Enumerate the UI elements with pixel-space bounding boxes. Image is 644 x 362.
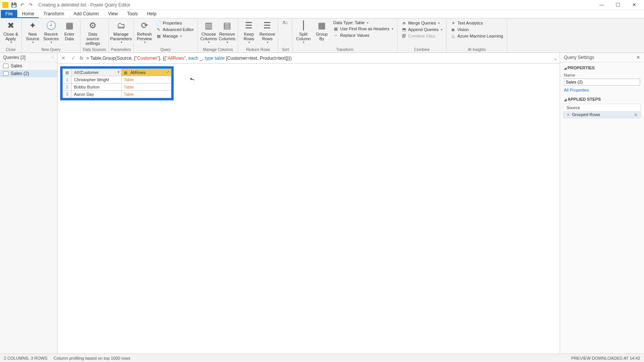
replace-values-button[interactable]: ↔Replace Values xyxy=(332,32,394,38)
query-name-input[interactable] xyxy=(564,79,640,85)
recent-sources-button[interactable]: 🕘RecentSources xyxy=(43,19,59,44)
replace-icon: ↔ xyxy=(333,33,338,38)
expand-column-icon[interactable]: ⤢ xyxy=(166,70,169,74)
filter-dropdown-icon[interactable]: ▾ xyxy=(118,70,120,74)
azure-ml-button[interactable]: △Azure Machine Learning xyxy=(449,33,504,39)
keep-rows-button[interactable]: ☰KeepRows xyxy=(240,19,257,44)
group-query: Query xyxy=(136,47,196,52)
add-column-menu[interactable]: Add Column xyxy=(69,10,104,18)
formula-text[interactable]: = Table.Group(Source, {"Customer"}, {{"A… xyxy=(86,56,550,61)
file-menu[interactable]: File xyxy=(1,10,17,18)
table-row[interactable]: 3Aaron DayTable xyxy=(63,91,171,98)
data-type-button[interactable]: Data Type: Table xyxy=(332,20,394,25)
fx-icon[interactable]: fx xyxy=(80,56,83,61)
group-new-query: New Query xyxy=(24,47,78,52)
table-icon xyxy=(3,64,8,68)
close-settings-icon[interactable]: ✕ xyxy=(636,55,640,60)
undo-icon[interactable]: ↶ xyxy=(18,1,26,9)
cursor-icon: ↖ xyxy=(189,75,196,84)
group-sort: Sort xyxy=(281,47,290,52)
step-grouped-rows[interactable]: ✕Grouped Rows⚙ xyxy=(564,111,641,118)
refresh-preview-button[interactable]: ⟳RefreshPreview xyxy=(136,19,153,44)
data-grid[interactable]: ▦ ABCCustomer▾ ▦AllRows⤢ 1Christopher Wr… xyxy=(62,69,171,98)
step-gear-icon[interactable]: ⚙ xyxy=(634,113,637,117)
menu-bar: File Home Transform Add Column View Tool… xyxy=(0,10,644,18)
home-menu[interactable]: Home xyxy=(17,10,39,18)
manage-icon: ▦ xyxy=(156,33,161,39)
advanced-editor-icon: ✎ xyxy=(156,27,161,32)
manage-parameters-button[interactable]: 🗂ManageParameters xyxy=(111,19,131,44)
enter-data-button[interactable]: ▦EnterData xyxy=(61,19,78,41)
redo-icon[interactable]: ↷ xyxy=(27,1,34,9)
choose-columns-button[interactable]: ▥ChooseColumns xyxy=(200,19,217,44)
group-parameters: Parameters xyxy=(111,47,131,52)
merge-icon: ⬘ xyxy=(401,20,407,26)
help-menu[interactable]: Help xyxy=(142,10,161,18)
save-icon[interactable]: 💾 xyxy=(10,1,18,9)
column-header-allrows[interactable]: ▦AllRows⤢ xyxy=(122,69,171,76)
group-by-icon: ▦ xyxy=(316,20,327,31)
highlight-box: ▦ ABCCustomer▾ ▦AllRows⤢ 1Christopher Wr… xyxy=(61,67,173,100)
query-item-sales-2[interactable]: Sales (2) xyxy=(0,70,57,77)
new-source-button[interactable]: ✦NewSource xyxy=(24,19,41,44)
minimize-button[interactable]: — xyxy=(594,1,610,9)
manage-button[interactable]: ▦Manage xyxy=(154,33,196,39)
all-properties-link[interactable]: All Properties xyxy=(560,86,644,94)
text-type-icon: ABC xyxy=(74,70,79,75)
choose-columns-icon: ▥ xyxy=(203,20,214,31)
column-header-customer[interactable]: ABCCustomer▾ xyxy=(72,69,122,76)
remove-columns-icon: ▤ xyxy=(221,20,233,31)
merge-queries-button[interactable]: ⬘Merge Queries xyxy=(400,20,444,26)
step-source[interactable]: Source xyxy=(564,104,641,111)
tools-menu[interactable]: Tools xyxy=(122,10,142,18)
close-button[interactable]: ✕ xyxy=(626,1,642,9)
applied-steps-section[interactable]: APPLIED STEPS xyxy=(560,94,644,103)
remove-columns-button[interactable]: ▤RemoveColumns xyxy=(219,19,235,44)
name-label: Name xyxy=(564,73,575,77)
status-profiling: Column profiling based on top 1000 rows xyxy=(54,356,130,360)
properties-button[interactable]: 📄Properties xyxy=(154,20,196,26)
first-row-headers-button[interactable]: ▦Use First Row as Headers xyxy=(332,26,394,32)
applied-steps-list: Source ✕Grouped Rows⚙ xyxy=(563,104,641,118)
remove-rows-button[interactable]: ☰RemoveRows xyxy=(259,19,276,44)
group-by-button[interactable]: ▦GroupBy xyxy=(313,19,330,41)
collapse-pane-icon[interactable]: 〈 xyxy=(50,54,54,60)
group-reduce-rows: Reduce Rows xyxy=(240,47,276,52)
advanced-editor-button[interactable]: ✎Advanced Editor xyxy=(154,26,196,33)
row-header-corner[interactable]: ▦ xyxy=(63,69,72,76)
close-apply-icon: ✖ xyxy=(5,20,16,31)
table-row[interactable]: 1Christopher WrightTable xyxy=(63,76,171,84)
queries-header-label: Queries [2] xyxy=(3,55,26,60)
table-type-icon: ▦ xyxy=(124,70,129,75)
query-settings-pane: Query Settings ✕ PROPERTIES Name All Pro… xyxy=(560,53,644,354)
close-apply-button[interactable]: ✖Close &Apply xyxy=(2,19,19,44)
combine-files-button: 🗐Combine Files xyxy=(400,33,444,39)
title-bar: 💾 ↶ ↷ Creating a delimited list - Power … xyxy=(0,0,644,10)
properties-section[interactable]: PROPERTIES xyxy=(560,62,644,72)
maximize-button[interactable]: ☐ xyxy=(610,1,626,9)
text-analytics-button[interactable]: ✶Text Analytics xyxy=(449,20,504,26)
delete-step-icon[interactable]: ✕ xyxy=(567,113,570,117)
data-source-settings-button[interactable]: ⚙Data sourcesettings xyxy=(83,19,103,46)
status-bar: 2 COLUMNS, 3 ROWS Column profiling based… xyxy=(0,354,644,362)
vision-button[interactable]: ◉Vision xyxy=(449,26,504,33)
transform-menu[interactable]: Transform xyxy=(39,10,69,18)
ribbon: ✖Close &Apply Close ✦NewSource 🕘RecentSo… xyxy=(0,18,644,53)
sort-asc-button[interactable]: A↓ xyxy=(281,19,290,26)
expand-formula-icon[interactable]: ⌄ xyxy=(554,56,557,61)
view-menu[interactable]: View xyxy=(104,10,123,18)
split-column-button[interactable]: ⎮SplitColumn xyxy=(295,19,312,44)
append-queries-button[interactable]: ⬒Append Queries xyxy=(400,26,444,33)
group-ai: AI Insights xyxy=(449,47,504,52)
cancel-formula-icon[interactable]: ✕ xyxy=(60,55,67,61)
vision-icon: ◉ xyxy=(450,27,456,32)
app-icon xyxy=(2,2,8,8)
table-row[interactable]: 2Bobby BurtonTable xyxy=(63,84,171,91)
recent-sources-icon: 🕘 xyxy=(45,20,57,31)
queries-header[interactable]: Queries [2] 〈 xyxy=(0,53,57,62)
accept-formula-icon[interactable]: ✓ xyxy=(70,55,77,61)
azure-ml-icon: △ xyxy=(450,33,456,39)
formula-bar: ✕ ✓ fx = Table.Group(Source, {"Customer"… xyxy=(58,53,560,64)
query-settings-title: Query Settings xyxy=(564,55,594,60)
query-item-sales[interactable]: Sales xyxy=(0,62,57,70)
